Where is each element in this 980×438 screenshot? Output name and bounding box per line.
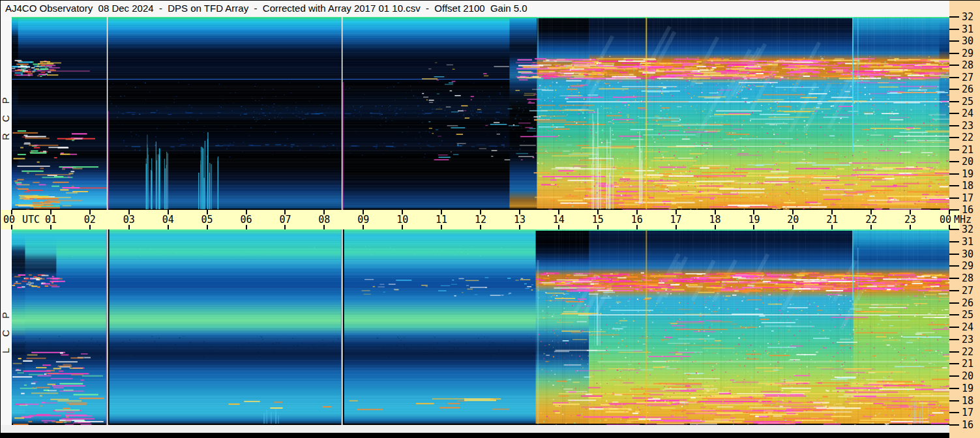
frequency-tick [949, 65, 959, 66]
hour-tick [284, 225, 286, 229]
footer-white-strip [0, 425, 949, 433]
hour-label: 10 [393, 215, 412, 226]
spectrogram-page: AJ4CO Observatory 08 Dec 2024 - DPS on T… [0, 0, 980, 438]
hour-label: 13 [510, 215, 529, 226]
frequency-label: 32 [962, 224, 979, 235]
frequency-label: 30 [962, 249, 979, 259]
frequency-label: 22 [962, 347, 979, 357]
hour-tick [50, 225, 52, 229]
frequency-label: 17 [962, 407, 979, 418]
frequency-label: 20 [962, 156, 979, 167]
hour-label: 05 [198, 215, 217, 226]
footer-black-strip [0, 433, 949, 438]
hour-label: 07 [275, 215, 295, 226]
hour-tick [207, 225, 208, 229]
frequency-tick [949, 16, 959, 18]
hour-tick [89, 225, 91, 229]
frequency-tick [949, 339, 959, 340]
frequency-label: 29 [962, 48, 979, 59]
hour-tick [246, 225, 247, 229]
frequency-label: 17 [962, 193, 979, 203]
hour-tick [870, 225, 872, 229]
hour-label: 02 [80, 215, 100, 226]
frequency-label: 31 [962, 237, 979, 247]
hour-tick [480, 225, 481, 229]
hour-tick [519, 225, 520, 229]
frequency-label: 18 [962, 396, 979, 406]
frequency-tick [949, 89, 959, 90]
frequency-label: 16 [962, 420, 979, 430]
frequency-label: 16 [962, 205, 979, 215]
hour-label: 20 [783, 215, 803, 226]
hour-label-last: 00 [939, 215, 952, 226]
frequency-label: 26 [962, 298, 979, 308]
hour-label: 23 [900, 215, 920, 226]
frequency-tick [949, 197, 959, 199]
hour-label: 17 [666, 215, 686, 226]
hour-tick [363, 225, 364, 229]
hour-label: 01 [41, 215, 61, 226]
frequency-tick [949, 29, 959, 30]
frequency-label: 32 [962, 12, 979, 22]
frequency-label: 18 [962, 181, 979, 191]
hour-tick [558, 225, 559, 229]
frequency-tick [949, 302, 959, 304]
frequency-tick [949, 125, 959, 126]
frequency-tick [949, 327, 959, 328]
frequency-tick [949, 209, 959, 211]
frequency-tick [949, 424, 959, 426]
hour-tick [910, 225, 911, 229]
hour-tick [11, 225, 12, 229]
hour-label: 18 [705, 215, 725, 226]
frequency-tick [949, 241, 959, 242]
frequency-label: 28 [962, 273, 979, 284]
frequency-label: 29 [962, 261, 979, 271]
hour-tick [441, 225, 442, 229]
frequency-label: 24 [962, 322, 979, 332]
frequency-tick [949, 351, 959, 353]
frequency-tick [949, 400, 959, 402]
frequency-label: 24 [962, 108, 979, 119]
polarization-label-rcp: RCP [0, 17, 11, 210]
hour-tick [831, 225, 833, 229]
frequency-label: 31 [962, 24, 979, 35]
frequency-tick [949, 290, 959, 291]
hour-tick [676, 225, 677, 229]
frequency-tick [949, 375, 959, 377]
hour-tick [597, 225, 599, 229]
hour-label: 08 [314, 215, 334, 226]
frequency-tick [949, 363, 959, 364]
frequency-tick [949, 314, 959, 315]
frequency-tick [949, 173, 959, 175]
frequency-label: 22 [962, 132, 979, 143]
hour-label: 03 [119, 215, 139, 226]
frequency-tick [949, 254, 959, 255]
frequency-tick [949, 40, 959, 42]
hour-tick [11, 210, 12, 214]
frequency-label: 25 [962, 310, 979, 320]
frequency-label: 21 [962, 358, 979, 369]
hour-label: 21 [822, 215, 842, 226]
hour-label: 09 [353, 215, 373, 226]
frequency-tick [949, 265, 959, 267]
frequency-tick [949, 113, 959, 114]
frequency-tick [949, 278, 959, 279]
frequency-tick [949, 229, 959, 230]
frequency-tick [949, 161, 959, 162]
frequency-tick [949, 77, 959, 78]
frequency-label: 20 [962, 371, 979, 381]
hour-tick [402, 225, 403, 229]
frequency-tick [949, 53, 959, 54]
hour-label: 15 [588, 215, 608, 226]
hour-label: 16 [627, 215, 647, 226]
frequency-label: 28 [962, 60, 979, 70]
hour-label: 11 [432, 215, 451, 226]
hour-tick [636, 225, 638, 229]
hour-label: 22 [861, 215, 881, 226]
frequency-tick [949, 149, 959, 151]
hour-tick [949, 210, 950, 214]
hour-label: 06 [237, 215, 256, 226]
frequency-label: 23 [962, 334, 979, 345]
hour-tick [753, 225, 754, 229]
frequency-label: 19 [962, 383, 979, 394]
